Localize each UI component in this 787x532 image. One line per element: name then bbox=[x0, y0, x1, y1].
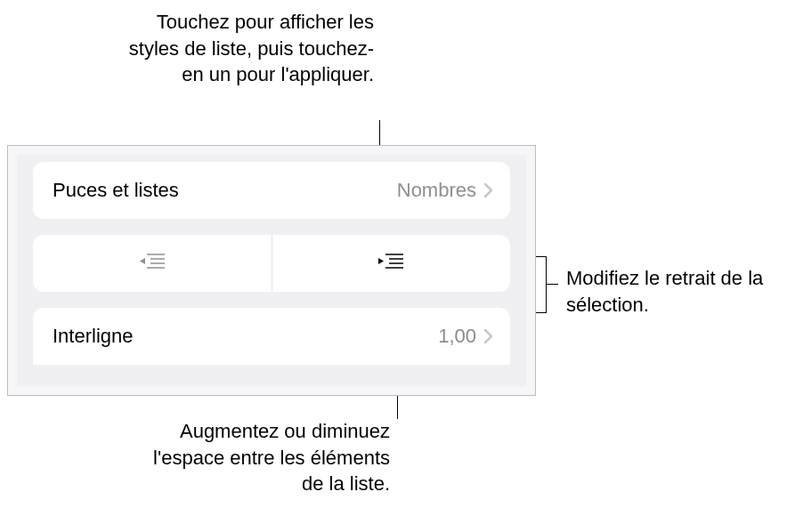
indent-segmented-control bbox=[33, 235, 510, 292]
indent-button[interactable] bbox=[272, 235, 511, 292]
callout-list-styles: Touchez pour afficher les styles de list… bbox=[125, 9, 374, 88]
indent-icon bbox=[377, 252, 405, 275]
line-spacing-label: Interligne bbox=[53, 325, 438, 348]
line-spacing-row[interactable]: Interligne 1,00 bbox=[33, 308, 510, 365]
outdent-button[interactable] bbox=[33, 235, 272, 292]
bullets-and-lists-row[interactable]: Puces et listes Nombres bbox=[33, 162, 510, 219]
format-panel: Puces et listes Nombres bbox=[7, 145, 536, 396]
chevron-right-icon bbox=[483, 328, 494, 344]
callout-line-spacing: Augmentez ou diminuez l'espace entre les… bbox=[132, 418, 390, 497]
outdent-icon bbox=[138, 252, 166, 275]
chevron-right-icon bbox=[483, 182, 494, 198]
line-spacing-value: 1,00 bbox=[438, 325, 476, 348]
callout-bracket-right bbox=[535, 256, 558, 313]
bullets-and-lists-value: Nombres bbox=[397, 179, 476, 202]
format-panel-inner: Puces et listes Nombres bbox=[17, 155, 526, 386]
bullets-and-lists-label: Puces et listes bbox=[53, 179, 397, 202]
callout-indent: Modifiez le retrait de la sélection. bbox=[566, 265, 780, 318]
